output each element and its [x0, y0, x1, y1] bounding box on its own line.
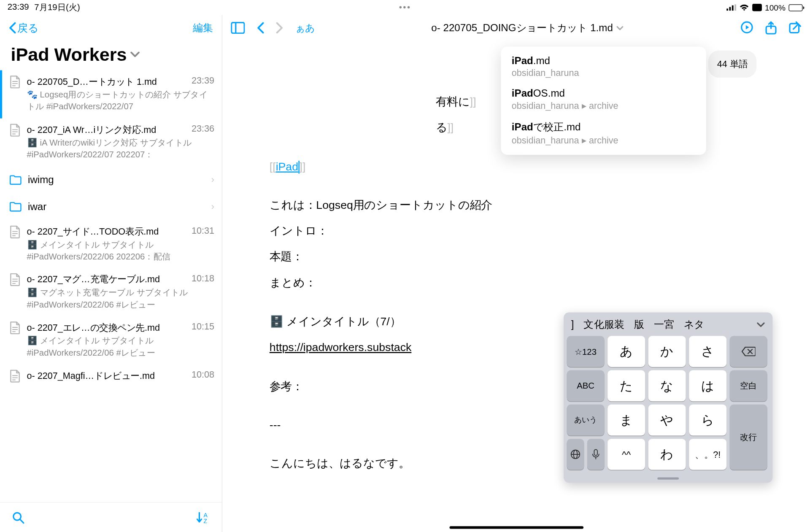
- back-button[interactable]: 戻る: [8, 21, 38, 35]
- keyboard-suggestions: ] 文化服装 版 一宮 ネタ: [567, 316, 770, 336]
- doc-title: o- 2207_エレ…の交換ペン先.md: [27, 321, 186, 334]
- key-sa[interactable]: さ: [689, 336, 726, 367]
- key-ya[interactable]: や: [648, 405, 686, 436]
- doc-preview: 🗄️ マグネット充電ケーブル サブタイトル #iPadWorkers/2022/…: [27, 287, 215, 311]
- key-ha[interactable]: は: [689, 370, 726, 402]
- word-count-badge[interactable]: 44 単語: [708, 50, 756, 78]
- svg-rect-0: [726, 8, 728, 11]
- document-icon: [10, 321, 22, 359]
- folder-item[interactable]: iwimg›: [0, 166, 222, 193]
- edit-button[interactable]: 編集: [193, 21, 213, 35]
- svg-rect-3: [734, 4, 736, 11]
- wikilink-ipad[interactable]: iPad: [276, 160, 298, 172]
- doc-title: o- 2207_マグ…充電ケーブル.md: [27, 273, 186, 286]
- key-a[interactable]: あ: [608, 336, 645, 367]
- body-line: これは：Logseq用のショートカットの紹介: [270, 192, 810, 218]
- key-space[interactable]: 空白: [730, 370, 767, 402]
- autocomplete-title: iPadで校正.md: [512, 120, 696, 134]
- text-style-button[interactable]: ぁあ: [295, 22, 315, 34]
- document-item[interactable]: o- 2207_エレ…の交換ペン先.md10:15🗄️ メインタイトル サブタイ…: [0, 316, 222, 364]
- svg-rect-2: [732, 5, 733, 11]
- search-button[interactable]: [12, 511, 24, 524]
- chevron-down-icon: [616, 25, 624, 30]
- key-ka[interactable]: か: [648, 336, 686, 367]
- doc-time: 23:39: [192, 76, 214, 88]
- doc-preview: 🗄️ メインタイトル サブタイトル #iPadWorkers/2022/06 #…: [27, 335, 215, 359]
- document-list[interactable]: o- 220705_D…ートカット 1.md23:39🐾 Logseq用のショー…: [0, 70, 222, 502]
- suggestion[interactable]: 文化服装: [583, 318, 624, 332]
- key-wa[interactable]: わ: [648, 439, 686, 470]
- key-globe[interactable]: [567, 439, 584, 470]
- wifi-icon: [739, 4, 749, 11]
- chevron-right-icon: ›: [211, 201, 214, 212]
- url-link[interactable]: https://ipadworkers.substack: [270, 341, 411, 353]
- multitask-dots[interactable]: •••: [273, 3, 537, 12]
- sidebar-toggle-icon[interactable]: [231, 22, 245, 34]
- editor-toolbar: ぁあ o- 220705_DOINGショートカット 1.md: [222, 15, 810, 41]
- doc-title: o- 220705_D…ートカット 1.md: [27, 76, 186, 88]
- document-title[interactable]: o- 220705_DOINGショートカット 1.md: [326, 21, 729, 35]
- chevron-down-icon: [130, 51, 140, 57]
- autocomplete-path: obsidian_haruna: [512, 68, 696, 78]
- suggestion-expand-icon[interactable]: [756, 322, 765, 327]
- share-button[interactable]: [765, 21, 777, 35]
- doc-time: 10:08: [192, 370, 214, 382]
- cell-icon: [726, 4, 736, 11]
- key-return[interactable]: 改行: [730, 405, 767, 470]
- key-punct[interactable]: 、。?!: [689, 439, 726, 470]
- history-back-icon[interactable]: [256, 22, 264, 34]
- key-ra[interactable]: ら: [689, 405, 726, 436]
- autocomplete-path: obsidian_haruna ▸ archive: [512, 135, 696, 146]
- battery-percent: 100%: [765, 3, 786, 12]
- document-item[interactable]: o- 2207_iA Wr…iリンク対応.md23:36🗄️ iA Writer…: [0, 118, 222, 166]
- sidebar: 戻る 編集 iPad Workers o- 220705_D…ートカット 1.m…: [0, 15, 222, 532]
- editor-pane: ぁあ o- 220705_DOINGショートカット 1.md: [222, 15, 810, 532]
- autocomplete-title: iPad.md: [512, 55, 696, 67]
- document-item[interactable]: o- 2207_サイド…TODO表示.md10:31🗄️ メインタイトル サブタ…: [0, 220, 222, 268]
- chevron-right-icon: ›: [211, 174, 214, 186]
- key-backspace[interactable]: [730, 336, 767, 367]
- document-icon: [10, 370, 22, 383]
- suggestion[interactable]: ネタ: [684, 318, 704, 332]
- doc-time: 10:15: [192, 321, 214, 334]
- document-item[interactable]: o- 2207_マグ…充電ケーブル.md10:18🗄️ マグネット充電ケーブル …: [0, 268, 222, 316]
- floating-keyboard[interactable]: ] 文化服装 版 一宮 ネタ ☆123 あ か さ: [564, 312, 772, 483]
- autocomplete-item[interactable]: iPadで校正.mdobsidian_haruna ▸ archive: [501, 116, 706, 151]
- svg-rect-4: [752, 4, 762, 11]
- key-ma[interactable]: ま: [608, 405, 645, 436]
- compose-button[interactable]: [788, 21, 801, 35]
- key-num[interactable]: ☆123: [567, 336, 605, 367]
- key-na[interactable]: な: [648, 370, 686, 402]
- keyboard-drag-handle[interactable]: [567, 470, 770, 480]
- doc-preview: 🗄️ メインタイトル サブタイトル #iPadWorkers/2022/06 2…: [27, 239, 215, 263]
- partial-text: る: [436, 121, 448, 133]
- battery-icon: [788, 4, 802, 11]
- document-icon: [10, 124, 22, 161]
- suggestion[interactable]: ]: [571, 319, 574, 331]
- suggestion[interactable]: 版: [634, 318, 644, 332]
- autocomplete-item[interactable]: iPadOS.mdobsidian_haruna ▸ archive: [501, 83, 706, 116]
- preview-button[interactable]: [740, 21, 753, 35]
- key-abc[interactable]: ABC: [567, 370, 605, 402]
- svg-line-24: [20, 519, 24, 523]
- svg-rect-27: [232, 22, 244, 33]
- document-item[interactable]: o- 220705_D…ートカット 1.md23:39🐾 Logseq用のショー…: [0, 70, 222, 118]
- key-mic[interactable]: [587, 439, 605, 470]
- partial-text: 有料に: [436, 95, 470, 108]
- sort-button[interactable]: AZ: [196, 511, 210, 524]
- doc-preview: 🗄️ iA Writerのwikiリンク対応 サブタイトル #iPadWorke…: [27, 137, 215, 161]
- autocomplete-item[interactable]: iPad.mdobsidian_haruna: [501, 51, 706, 83]
- folder-icon: [10, 175, 22, 185]
- key-ta[interactable]: た: [608, 370, 645, 402]
- home-indicator[interactable]: [449, 526, 583, 529]
- doc-time: 23:36: [192, 124, 214, 136]
- status-time: 23:39: [8, 2, 29, 13]
- body-line: 本題：: [270, 244, 810, 270]
- key-kana[interactable]: あいう: [567, 405, 605, 436]
- suggestion[interactable]: 一宮: [654, 318, 674, 332]
- doc-preview: 🐾 Logseq用のショートカットの紹介 サブタイトル #iPadWorkers…: [27, 89, 215, 113]
- library-title[interactable]: iPad Workers: [0, 41, 222, 70]
- folder-item[interactable]: iwar›: [0, 193, 222, 220]
- document-item[interactable]: o- 2207_Magfi…ドレビュー.md10:08: [0, 364, 222, 388]
- key-small[interactable]: ^^: [608, 439, 645, 470]
